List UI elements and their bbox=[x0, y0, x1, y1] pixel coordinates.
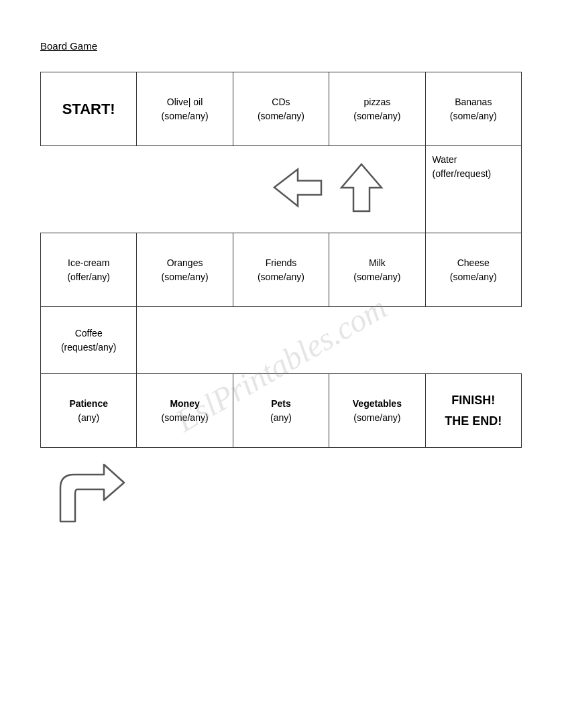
cell-money: Money (some/any) bbox=[137, 374, 233, 448]
cell-cds: CDs (some/any) bbox=[233, 72, 329, 146]
board-row-1: START! Olive| oil (some/any) CDs (some/a… bbox=[41, 72, 522, 146]
cell-friends: Friends (some/any) bbox=[233, 233, 329, 307]
cell-pets: Pets (any) bbox=[233, 374, 329, 448]
game-board: START! Olive| oil (some/any) CDs (some/a… bbox=[40, 72, 522, 448]
cell-empty-coffee bbox=[137, 307, 522, 374]
left-arrow-icon bbox=[271, 166, 325, 209]
cell-finish: FINISH! THE END! bbox=[425, 374, 521, 448]
svg-marker-0 bbox=[341, 164, 382, 211]
cell-olive-oil: Olive| oil (some/any) bbox=[137, 72, 233, 146]
board-row-3: Ice-cream (offer/any) Oranges (some/any)… bbox=[41, 233, 522, 307]
cell-start: START! bbox=[41, 72, 137, 146]
up-arrow-icon bbox=[338, 161, 385, 215]
cell-vegetables: Vegetables (some/any) bbox=[329, 374, 425, 448]
cell-bananas: Bananas (some/any) bbox=[425, 72, 521, 146]
turn-right-arrow-icon bbox=[47, 461, 141, 542]
cell-ice-cream: Ice-cream (offer/any) bbox=[41, 233, 137, 307]
board-row-5: Patience (any) Money (some/any) Pets (an… bbox=[41, 374, 522, 448]
cell-cheese: Cheese (some/any) bbox=[425, 233, 521, 307]
cell-oranges: Oranges (some/any) bbox=[137, 233, 233, 307]
cell-water: Water (offer/request) bbox=[425, 146, 521, 233]
cell-patience: Patience (any) bbox=[41, 374, 137, 448]
svg-marker-1 bbox=[274, 169, 321, 206]
board-row-arrows: Water (offer/request) bbox=[41, 146, 522, 233]
board-row-coffee: Coffee (request/any) bbox=[41, 307, 522, 374]
cell-coffee: Coffee (request/any) bbox=[41, 307, 137, 374]
page-title: Board Game bbox=[40, 40, 522, 52]
bottom-arrow-area bbox=[40, 461, 522, 544]
cell-milk: Milk (some/any) bbox=[329, 233, 425, 307]
cell-pizzas: pizzas (some/any) bbox=[329, 72, 425, 146]
